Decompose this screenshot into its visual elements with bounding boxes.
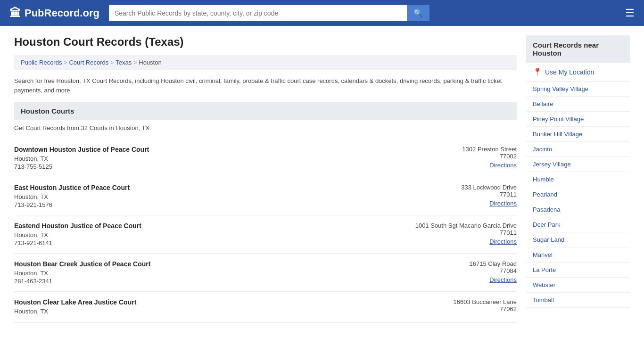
sidebar-nearby-link[interactable]: Piney Point Village [526, 112, 630, 127]
court-name: Downtown Houston Justice of Peace Court [14, 146, 422, 153]
court-city: Houston, TX [14, 270, 422, 277]
court-directions[interactable]: Directions [415, 238, 517, 245]
search-button[interactable]: 🔍 [407, 5, 429, 21]
directions-link[interactable]: Directions [489, 200, 517, 207]
court-info: Eastend Houston Justice of Peace Court H… [14, 222, 415, 247]
court-item: Downtown Houston Justice of Peace Court … [14, 139, 517, 177]
court-name: Eastend Houston Justice of Peace Court [14, 222, 415, 230]
search-icon: 🔍 [413, 9, 423, 17]
search-input[interactable] [109, 5, 407, 21]
court-address-block: 16715 Clay Road 77084 Directions [422, 260, 517, 285]
court-address-block: 16603 Buccaneer Lane 77062 [422, 298, 517, 316]
breadcrumb-sep-2: > [110, 59, 114, 66]
court-phone: 713-921-1576 [14, 201, 422, 208]
court-item: Houston Bear Creek Justice of Peace Cour… [14, 254, 517, 292]
main-container: Houston Court Records (Texas) Public Rec… [0, 26, 644, 332]
court-street: 1302 Preston Street [422, 146, 517, 153]
sidebar-nearby-link[interactable]: Jacinto [526, 142, 630, 157]
use-location-button[interactable]: 📍 Use My Location [526, 63, 630, 82]
court-info: Houston Clear Lake Area Justice Court Ho… [14, 298, 422, 316]
court-item: Eastend Houston Justice of Peace Court H… [14, 215, 517, 254]
court-directions[interactable]: Directions [422, 200, 517, 207]
court-street: 1001 South Sgt Macario Garcia Drive [415, 222, 517, 229]
court-zip: 77062 [422, 305, 517, 313]
court-info: East Houston Justice of Peace Court Hous… [14, 184, 422, 208]
logo-text: PubRecord.org [25, 7, 99, 19]
court-name: East Houston Justice of Peace Court [14, 184, 422, 191]
court-address-block: 333 Lockwood Drive 77011 Directions [422, 184, 517, 208]
use-location-label: Use My Location [545, 68, 594, 76]
court-zip: 77011 [422, 191, 517, 198]
court-zip: 77084 [422, 267, 517, 274]
court-info: Houston Bear Creek Justice of Peace Cour… [14, 260, 422, 285]
menu-icon: ☰ [625, 7, 635, 19]
content-area: Houston Court Records (Texas) Public Rec… [14, 35, 517, 323]
breadcrumb: Public Records > Court Records > Texas >… [14, 55, 517, 70]
court-phone: 713-755-5125 [14, 163, 422, 170]
court-directions[interactable]: Directions [422, 162, 517, 169]
court-phone: 713-921-6141 [14, 239, 415, 247]
page-title: Houston Court Records (Texas) [14, 35, 517, 49]
nearby-list: Spring Valley VillageBellairePiney Point… [526, 82, 630, 308]
breadcrumb-houston: Houston [139, 59, 161, 66]
breadcrumb-texas[interactable]: Texas [116, 59, 132, 66]
court-name: Houston Clear Lake Area Justice Court [14, 298, 422, 306]
courts-list: Downtown Houston Justice of Peace Court … [14, 139, 517, 323]
logo-icon: 🏛 [9, 7, 21, 20]
directions-link[interactable]: Directions [489, 238, 517, 245]
court-city: Houston, TX [14, 308, 422, 315]
court-zip: 77002 [422, 153, 517, 160]
sidebar-nearby-link[interactable]: Pearland [526, 187, 630, 202]
court-item: East Houston Justice of Peace Court Hous… [14, 177, 517, 215]
court-zip: 77011 [415, 229, 517, 236]
court-item: Houston Clear Lake Area Justice Court Ho… [14, 292, 517, 323]
site-logo[interactable]: 🏛 PubRecord.org [9, 7, 99, 20]
directions-link[interactable]: Directions [489, 162, 517, 169]
court-address-block: 1001 South Sgt Macario Garcia Drive 7701… [415, 222, 517, 247]
breadcrumb-sep-1: > [64, 59, 67, 66]
sidebar-nearby-link[interactable]: Bellaire [526, 97, 630, 112]
court-city: Houston, TX [14, 155, 422, 162]
site-header: 🏛 PubRecord.org 🔍 ☰ [0, 0, 644, 26]
sidebar-nearby-link[interactable]: Manvel [526, 247, 630, 263]
menu-button[interactable]: ☰ [625, 7, 635, 19]
sidebar-nearby-link[interactable]: Webster [526, 278, 630, 293]
courts-section-header: Houston Courts [14, 102, 517, 120]
breadcrumb-sep-3: > [133, 59, 137, 66]
sidebar-nearby-link[interactable]: Jersey Village [526, 157, 630, 172]
court-address-block: 1302 Preston Street 77002 Directions [422, 146, 517, 170]
courts-count: Get Court Records from 32 Courts in Hous… [14, 124, 517, 132]
sidebar-nearby-link[interactable]: Sugar Land [526, 232, 630, 247]
sidebar-nearby-link[interactable]: Pasadena [526, 202, 630, 217]
court-city: Houston, TX [14, 193, 422, 200]
court-directions[interactable]: Directions [422, 276, 517, 283]
breadcrumb-public-records[interactable]: Public Records [21, 59, 62, 66]
court-info: Downtown Houston Justice of Peace Court … [14, 146, 422, 170]
sidebar-title: Court Records near Houston [526, 35, 630, 63]
sidebar-nearby-link[interactable]: Tomball [526, 293, 630, 308]
page-description: Search for free Houston, TX Court Record… [14, 76, 517, 95]
location-icon: 📍 [533, 67, 542, 76]
search-container: 🔍 [109, 5, 429, 21]
sidebar: Court Records near Houston 📍 Use My Loca… [526, 35, 630, 323]
breadcrumb-court-records[interactable]: Court Records [69, 59, 108, 66]
court-phone: 281-463-2341 [14, 278, 422, 285]
sidebar-nearby-link[interactable]: Humble [526, 172, 630, 187]
court-street: 16603 Buccaneer Lane [422, 298, 517, 305]
directions-link[interactable]: Directions [489, 276, 517, 283]
court-street: 16715 Clay Road [422, 260, 517, 267]
sidebar-nearby-link[interactable]: Bunker Hill Village [526, 127, 630, 142]
court-street: 333 Lockwood Drive [422, 184, 517, 191]
sidebar-nearby-link[interactable]: Spring Valley Village [526, 82, 630, 97]
sidebar-nearby-link[interactable]: Deer Park [526, 217, 630, 232]
court-city: Houston, TX [14, 231, 415, 239]
court-name: Houston Bear Creek Justice of Peace Cour… [14, 260, 422, 268]
sidebar-nearby-link[interactable]: La Porte [526, 263, 630, 278]
